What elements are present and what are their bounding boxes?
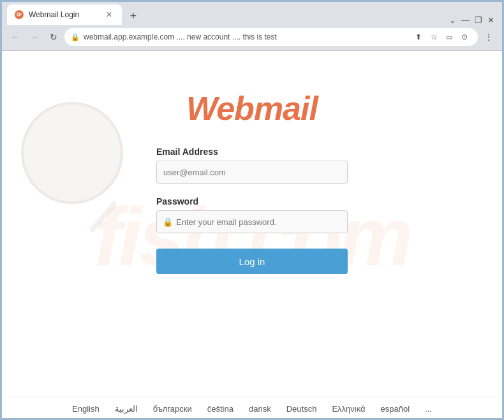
login-button[interactable]: Log in — [156, 249, 348, 274]
forward-button[interactable]: → — [26, 29, 43, 45]
active-tab[interactable]: Webmail Login ✕ — [7, 4, 122, 25]
lock-icon: 🔒 — [71, 33, 80, 41]
lang-english[interactable]: English — [72, 404, 100, 414]
password-input-wrapper: 🔒 — [156, 210, 348, 233]
browser-menu-button[interactable]: ⋮ — [480, 29, 497, 45]
lang-german[interactable]: Deutsch — [286, 404, 317, 414]
bookmark-icon[interactable]: ☆ — [427, 30, 441, 44]
cast-icon[interactable]: ▭ — [442, 30, 456, 44]
restore-icon[interactable]: ❐ — [475, 15, 482, 25]
lang-more[interactable]: ... — [425, 404, 432, 414]
profile-icon[interactable]: ⊙ — [457, 30, 471, 44]
password-field-group: Password 🔒 — [156, 196, 348, 233]
lang-greek[interactable]: Ελληνικά — [332, 404, 365, 414]
tab-title: Webmail Login — [29, 10, 79, 19]
address-text: webmail.app.example.com .... new account… — [84, 33, 408, 41]
lang-danish[interactable]: dansk — [249, 404, 271, 414]
share-icon[interactable]: ⬆ — [411, 30, 426, 44]
lang-spanish[interactable]: español — [381, 404, 410, 414]
address-bar[interactable]: 🔒 webmail.app.example.com .... new accou… — [64, 28, 478, 46]
email-label: Email Address — [156, 147, 348, 157]
lang-bulgarian[interactable]: български — [153, 404, 192, 414]
close-window-icon[interactable]: ✕ — [487, 15, 494, 25]
email-field-group: Email Address — [156, 147, 348, 184]
tab-favicon — [15, 10, 24, 19]
reload-button[interactable]: ↻ — [45, 29, 62, 45]
email-input[interactable] — [156, 161, 348, 184]
chevron-down-icon[interactable]: ⌄ — [449, 15, 456, 25]
login-container: Webmail Email Address Password 🔒 Log in — [2, 51, 502, 287]
language-bar: English العربية български čeština dansk … — [2, 396, 502, 420]
minimize-icon[interactable]: — — [461, 15, 470, 25]
back-button[interactable]: ← — [7, 29, 24, 45]
webmail-logo: Webmail — [186, 89, 318, 127]
page-content: fish.com Webmail Email Address Password … — [2, 51, 502, 420]
new-tab-button[interactable]: + — [124, 7, 142, 25]
password-input[interactable] — [156, 210, 348, 233]
lang-arabic[interactable]: العربية — [115, 404, 138, 414]
lang-czech[interactable]: čeština — [207, 404, 233, 414]
tab-close-button[interactable]: ✕ — [104, 10, 114, 20]
password-label: Password — [156, 196, 348, 206]
